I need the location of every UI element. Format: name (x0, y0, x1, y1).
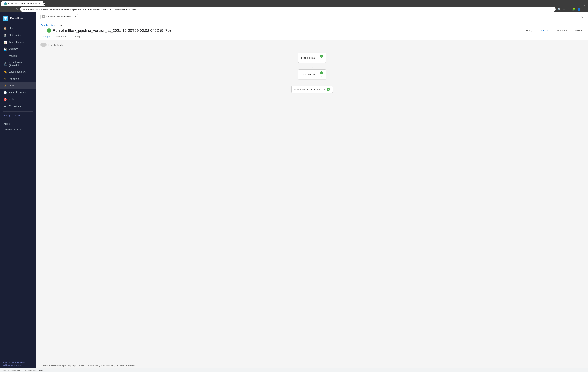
breadcrumb: Experiments > default (40, 24, 584, 26)
breadcrumb-current: default (57, 24, 64, 26)
kubeflow-logo (3, 16, 8, 21)
logout-button[interactable]: ⎋ (581, 14, 584, 19)
browser-tabs: Kubeflow Central Dashboard ✕ + ⌄ (0, 0, 588, 6)
sidebar-item-label-volumes: Volumes (9, 48, 18, 50)
graph-status-bar: ℹ Runtime execution graph. Only steps th… (36, 362, 588, 368)
back-nav-button[interactable]: ← (2, 7, 7, 11)
new-tab-button[interactable]: + (43, 3, 45, 6)
namespace-text: kubeflow-user-example-c... (46, 15, 73, 18)
terminate-button[interactable]: Terminate (554, 28, 569, 33)
bookmark-button[interactable]: ☆ (567, 7, 570, 11)
usage-reporting-link[interactable]: Usage Reporting (11, 361, 25, 363)
reload-button[interactable]: ↻ (14, 7, 19, 12)
manage-contributors-link[interactable]: Manage Contributors (0, 113, 36, 118)
clone-run-button[interactable]: Clone run (537, 28, 551, 33)
node-check-load-iris-data: ✓ (320, 55, 323, 58)
node-box-train-from-csv: Train from csv ✓ ↻ (298, 69, 326, 79)
node-box-upload-sklearn: Upload sklearn model to mlflow ✓ (291, 86, 333, 93)
tab-graph[interactable]: Graph (40, 33, 53, 40)
sidebar-item-notebooks[interactable]: 📓 Notebooks (0, 32, 36, 39)
browser-status-url: localhost:8080/?ns=kubeflow-user-example… (2, 369, 43, 371)
download-button[interactable]: ⬇ (562, 7, 566, 11)
pipeline-graph: Load iris data ✓ ↻ ↓ Train from csv ✓ (40, 49, 584, 98)
sidebar-item-pipelines[interactable]: ⚡ Pipelines (0, 75, 36, 82)
graph-arrow-2: ↓ (311, 81, 313, 86)
tensorboards-icon: 📊 (3, 40, 7, 44)
tabs-bar: Graph Run output Config (36, 33, 588, 40)
page-actions: Retry Clone run Terminate Archive (524, 28, 584, 33)
node-refresh-train-from-csv: ↻ (320, 75, 323, 77)
notebooks-icon: 📓 (3, 33, 7, 37)
back-button[interactable]: ← (40, 28, 45, 33)
menu-button[interactable]: ⋮ (582, 7, 586, 11)
sidebar-item-label-home: Home (9, 27, 15, 30)
namespace-selector[interactable]: kubeflow-user-example-c... ▼ (40, 14, 78, 19)
sidebar-item-label-pipelines: Pipelines (9, 77, 19, 80)
external-link-icon: ↗ (11, 123, 13, 125)
sidebar-item-artifacts[interactable]: 🎯 Artifacts (0, 96, 36, 103)
github-label: GitHub (3, 123, 10, 126)
node-status-icons-train-from-csv: ✓ ↻ (320, 71, 323, 77)
app-container: Kubeflow 🏠 Home 📓 Notebooks 📊 Tensorboar… (0, 12, 588, 368)
retry-button[interactable]: Retry (524, 28, 534, 33)
sidebar-title: Kubeflow (10, 17, 23, 20)
sidebar-divider-1 (3, 111, 33, 112)
tab-run-output[interactable]: Run output (53, 33, 70, 40)
graph-arrow-1: ↓ (311, 64, 313, 69)
sidebar-item-models[interactable]: ↔ Models (0, 53, 36, 59)
node-label-train-from-csv: Train from csv (301, 73, 315, 76)
breadcrumb-separator: > (54, 24, 56, 26)
pipeline-node-train-from-csv[interactable]: Train from csv ✓ ↻ (298, 69, 326, 79)
forward-nav-button[interactable]: → (8, 7, 13, 11)
build-version: build version dev_local (3, 364, 33, 366)
node-refresh-load-iris-data: ↻ (320, 58, 323, 61)
node-label-upload-sklearn: Upload sklearn model to mlflow (294, 88, 326, 91)
active-tab[interactable]: Kubeflow Central Dashboard ✕ (1, 1, 43, 6)
sidebar-item-label-experiments-automl: Experiments (AutoML) (9, 61, 33, 67)
documentation-label: Documentation (3, 128, 19, 131)
sidebar-item-label-experiments-kfp: Experiments (KFP) (9, 70, 29, 73)
sidebar-item-experiments-automl[interactable]: 🔬 Experiments (AutoML) (0, 59, 36, 68)
tab-close-button[interactable]: ✕ (38, 2, 40, 5)
top-bar: kubeflow-user-example-c... ▼ ⎋ (36, 12, 588, 21)
simplify-toggle: Simplify Graph (40, 43, 584, 47)
status-bar-text: Runtime execution graph. Only steps that… (43, 364, 136, 367)
profile-button[interactable]: 👤 (577, 7, 581, 11)
info-icon: ℹ (40, 364, 41, 367)
archive-button[interactable]: Archive (572, 28, 584, 33)
sidebar-item-experiments-kfp[interactable]: ✏️ Experiments (KFP) (0, 68, 36, 75)
pipeline-node-upload-sklearn[interactable]: Upload sklearn model to mlflow ✓ (291, 86, 333, 93)
run-status-icon: ✓ (47, 29, 51, 33)
tab-favicon (4, 2, 7, 5)
breadcrumb-experiments-link[interactable]: Experiments (40, 24, 53, 26)
sidebar-item-label-models: Models (9, 54, 17, 57)
page-header: Experiments > default ← ✓ Run of mlflow_… (36, 21, 588, 33)
sidebar-item-label-tensorboards: Tensorboards (9, 41, 24, 43)
documentation-link[interactable]: Documentation ↗ (0, 127, 36, 132)
github-link[interactable]: GitHub ↗ (0, 121, 36, 127)
address-bar[interactable]: localhost:8080/_/pipeline/?ns=kubeflow-u… (20, 7, 556, 12)
node-check-upload-sklearn: ✓ (327, 88, 330, 91)
sidebar-item-tensorboards[interactable]: 📊 Tensorboards (0, 39, 36, 45)
pipeline-node-load-iris-data[interactable]: Load iris data ✓ ↻ (298, 53, 326, 63)
privacy-link[interactable]: Privacy (3, 361, 9, 363)
extensions-button[interactable]: 🧩 (571, 7, 576, 11)
sidebar-item-label-notebooks: Notebooks (9, 34, 21, 37)
node-box-load-iris-data: Load iris data ✓ ↻ (298, 53, 326, 63)
sidebar-item-recurring-runs[interactable]: 🕐 Recurring Runs (0, 89, 36, 96)
node-status-icons-load-iris-data: ✓ ↻ (320, 55, 323, 61)
experiments-kfp-icon: ✏️ (3, 70, 7, 74)
browser-toolbar: ← → ↻ localhost:8080/_/pipeline/?ns=kube… (0, 6, 588, 12)
volumes-icon: 💾 (3, 47, 7, 51)
search-browser-button[interactable]: 🔍 (557, 7, 561, 11)
sidebar-item-executions[interactable]: ▶ Executions (0, 103, 36, 110)
experiments-automl-icon: 🔬 (3, 62, 7, 65)
tab-config[interactable]: Config (70, 33, 82, 40)
sidebar-item-volumes[interactable]: 💾 Volumes (0, 45, 36, 53)
models-icon: ↔ (3, 54, 7, 58)
sidebar-item-runs[interactable]: 🏃 Runs (0, 82, 36, 89)
sidebar-item-home[interactable]: 🏠 Home (0, 25, 36, 32)
browser-status-bar: localhost:8080/?ns=kubeflow-user-example… (0, 368, 588, 372)
home-icon: 🏠 (3, 27, 7, 30)
simplify-toggle-switch[interactable] (40, 43, 47, 47)
